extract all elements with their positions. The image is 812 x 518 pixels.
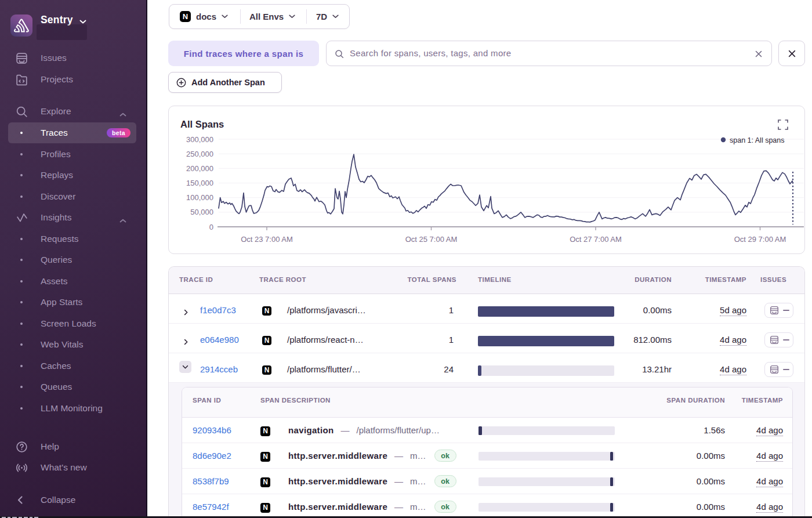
svg-text:Oct 29 7:00 AM: Oct 29 7:00 AM	[734, 235, 786, 244]
svg-text:0: 0	[209, 223, 213, 231]
svg-text:50,000: 50,000	[190, 208, 213, 216]
svg-text:300,000: 300,000	[186, 135, 213, 144]
svg-text:200,000: 200,000	[186, 164, 213, 173]
svg-text:Oct 25 7:00 AM: Oct 25 7:00 AM	[405, 235, 458, 244]
svg-text:100,000: 100,000	[186, 193, 213, 202]
svg-text:Oct 23 7:00 AM: Oct 23 7:00 AM	[241, 235, 293, 244]
svg-text:span 1: All spans: span 1: All spans	[730, 136, 785, 144]
svg-text:Oct 27 7:00 AM: Oct 27 7:00 AM	[570, 235, 622, 244]
svg-text:150,000: 150,000	[186, 179, 213, 187]
svg-text:250,000: 250,000	[186, 150, 213, 158]
